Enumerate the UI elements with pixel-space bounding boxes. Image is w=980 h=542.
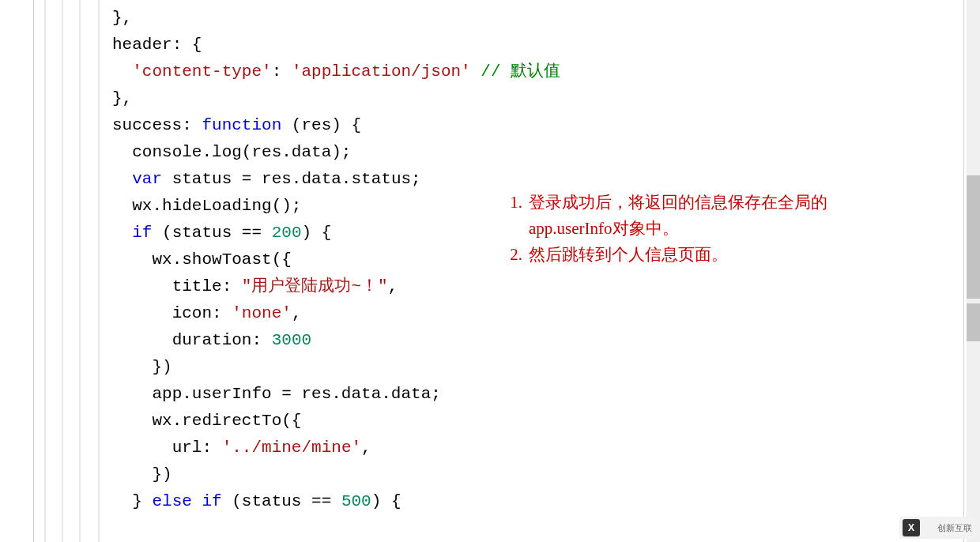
annotation-text: 然后跳转到个人信息页面。	[529, 242, 937, 268]
code-line: icon: 'none',	[112, 300, 958, 327]
code-line: console.log(res.data);	[112, 139, 958, 166]
annotation-item: 2. 然后跳转到个人信息页面。	[494, 242, 937, 268]
code-line: })	[112, 354, 958, 381]
indent-guide	[98, 0, 100, 542]
watermark-label: 创新互联	[937, 517, 972, 539]
code-line: duration: 3000	[112, 327, 958, 354]
code-line: title: "用户登陆成功~！",	[112, 273, 958, 300]
page-root: },header: { 'content-type': 'application…	[0, 0, 980, 542]
annotation-list: 1. 登录成功后，将返回的信息保存在全局的 app.userInfo对象中。 2…	[494, 190, 937, 268]
watermark-icon: X	[903, 519, 920, 536]
code-line: } else if (status == 500) {	[112, 488, 958, 515]
watermark-badge: X 创新互联	[899, 517, 977, 539]
scrollbar-thumb[interactable]	[967, 303, 980, 341]
code-line: 'content-type': 'application/json' // 默认…	[112, 58, 958, 85]
annotation-number: 2.	[494, 242, 529, 268]
code-line: app.userInfo = res.data.data;	[112, 381, 958, 408]
code-line: wx.redirectTo({	[112, 408, 958, 435]
indent-guide	[62, 0, 63, 542]
code-line: header: {	[112, 32, 958, 58]
code-line: url: '../mine/mine',	[112, 435, 958, 461]
annotation-number: 1.	[494, 190, 529, 242]
indent-guide	[79, 0, 81, 542]
annotation-text: 登录成功后，将返回的信息保存在全局的 app.userInfo对象中。	[529, 190, 937, 242]
code-line: var status = res.data.status;	[112, 166, 958, 193]
code-line: })	[112, 461, 958, 488]
code-line: },	[112, 5, 958, 32]
code-line: },	[112, 85, 958, 112]
scrollbar-track[interactable]	[967, 0, 980, 542]
scrollbar-thumb[interactable]	[967, 175, 980, 299]
indent-guide	[44, 0, 46, 542]
annotation-item: 1. 登录成功后，将返回的信息保存在全局的 app.userInfo对象中。	[494, 190, 937, 242]
code-line: success: function (res) {	[112, 112, 958, 139]
